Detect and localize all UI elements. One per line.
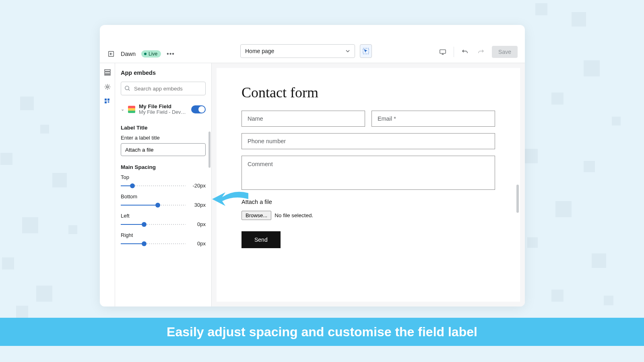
- theme-name: Dawn: [121, 51, 136, 57]
- scrollbar[interactable]: [208, 132, 211, 168]
- topbar: Dawn Live ••• Home page Save: [100, 25, 525, 63]
- slider-label: Right: [121, 232, 206, 238]
- divider: [454, 47, 454, 57]
- preview-pane: Contact form Name Email * Phone number C…: [212, 63, 525, 306]
- embed-subtitle: My File Field - Develop…: [139, 109, 188, 115]
- redo-button[interactable]: [476, 47, 486, 57]
- svg-rect-3: [105, 70, 110, 71]
- marketing-banner: Easily adjust spacing and customise the …: [0, 318, 644, 346]
- slider-label: Left: [121, 213, 206, 219]
- embed-toggle[interactable]: [191, 105, 206, 113]
- attach-label: Attach a file: [242, 199, 495, 205]
- svg-rect-8: [107, 99, 109, 101]
- spacing-slider[interactable]: [121, 222, 186, 227]
- chevron-down-icon: [345, 49, 350, 53]
- preview-canvas: Contact form Name Email * Phone number C…: [217, 68, 520, 302]
- embed-name: My File Field: [139, 103, 188, 109]
- slider-value: 30px: [190, 202, 206, 208]
- name-field[interactable]: Name: [242, 111, 365, 127]
- enter-label-label: Enter a label title: [121, 135, 206, 141]
- slider-value: 0px: [190, 221, 206, 227]
- sidebar-title: App embeds: [121, 70, 206, 76]
- app-embeds-icon[interactable]: [104, 98, 111, 105]
- chevron-down-icon: ⌄: [121, 107, 124, 112]
- more-button[interactable]: •••: [167, 50, 175, 58]
- label-title-heading: Label Title: [121, 125, 206, 131]
- comment-field[interactable]: Comment: [242, 156, 495, 190]
- theme-editor-window: Dawn Live ••• Home page Save App embeds: [100, 25, 525, 306]
- main-spacing-heading: Main Spacing: [121, 164, 206, 170]
- svg-point-6: [106, 86, 108, 88]
- send-button[interactable]: Send: [242, 231, 281, 248]
- desktop-view-button[interactable]: [438, 47, 448, 57]
- svg-point-10: [125, 86, 129, 90]
- svg-rect-4: [105, 72, 110, 74]
- svg-rect-9: [105, 101, 107, 103]
- form-title: Contact form: [242, 84, 495, 101]
- label-title-input[interactable]: [121, 143, 206, 156]
- status-badge: Live: [141, 50, 161, 58]
- svg-rect-7: [105, 99, 107, 101]
- page-selector-label: Home page: [245, 48, 274, 54]
- scrollbar[interactable]: [516, 185, 519, 213]
- app-icon: [128, 106, 135, 113]
- undo-button[interactable]: [460, 47, 470, 57]
- sidebar: App embeds ⌄ My File Field My File Field…: [115, 63, 212, 306]
- slider-value: 0px: [190, 241, 206, 247]
- svg-rect-2: [440, 50, 446, 53]
- slider-value: -20px: [190, 183, 206, 189]
- app-embed-item[interactable]: ⌄ My File Field My File Field - Develop…: [121, 102, 206, 119]
- spacing-slider[interactable]: [121, 241, 186, 247]
- banner-text: Easily adjust spacing and customise the …: [167, 325, 477, 339]
- left-rail: [100, 63, 115, 306]
- save-button[interactable]: Save: [492, 46, 518, 58]
- search-input[interactable]: [121, 82, 206, 95]
- phone-field[interactable]: Phone number: [242, 133, 495, 149]
- spacing-slider[interactable]: [121, 202, 186, 208]
- email-field[interactable]: Email *: [372, 111, 495, 127]
- sections-icon[interactable]: [104, 69, 111, 76]
- settings-icon[interactable]: [104, 83, 111, 90]
- spacing-slider[interactable]: [121, 183, 186, 189]
- inspector-button[interactable]: [360, 44, 372, 58]
- slider-label: Bottom: [121, 193, 206, 200]
- search-icon: [124, 85, 130, 91]
- page-selector[interactable]: Home page: [240, 44, 355, 58]
- svg-rect-5: [105, 74, 110, 75]
- callout-arrow: [206, 185, 250, 213]
- exit-button[interactable]: [107, 50, 115, 58]
- slider-label: Top: [121, 174, 206, 180]
- file-status: No file selected.: [275, 212, 313, 218]
